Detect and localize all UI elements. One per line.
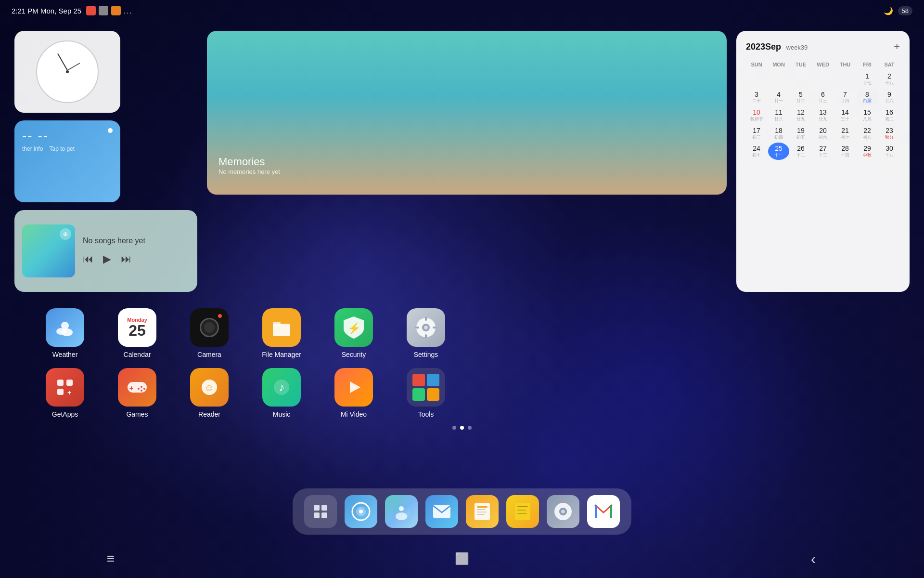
cal-day-empty bbox=[812, 70, 834, 88]
cal-day-30[interactable]: 30十八 bbox=[879, 143, 900, 160]
clock-widget[interactable] bbox=[14, 31, 120, 113]
page-dot-3[interactable] bbox=[468, 426, 472, 430]
cal-day-24[interactable]: 24初十 bbox=[746, 143, 767, 160]
cal-day-23[interactable]: 23秋分 bbox=[879, 125, 900, 142]
dock-mail-icon[interactable] bbox=[425, 495, 458, 528]
cal-day-20[interactable]: 20初六 bbox=[812, 125, 834, 142]
games-app-icon[interactable] bbox=[118, 368, 156, 407]
music-widget[interactable]: ⊕ No songs here yet ⏮ ▶ ⏭ bbox=[14, 210, 197, 292]
app-security[interactable]: ⚡ Security bbox=[332, 308, 375, 358]
svg-rect-15 bbox=[57, 389, 64, 395]
dock-notes-icon[interactable] bbox=[506, 495, 539, 528]
camera-lens-inner bbox=[204, 322, 215, 333]
calendar-app-icon[interactable]: Monday 25 bbox=[118, 308, 156, 347]
cal-day-2[interactable]: 2十八 bbox=[879, 70, 900, 88]
svg-rect-53 bbox=[595, 505, 597, 518]
cal-day-17[interactable]: 17初三 bbox=[746, 125, 767, 142]
cal-day-13[interactable]: 13廿九 bbox=[812, 106, 834, 124]
cal-day-22[interactable]: 22初八 bbox=[857, 125, 878, 142]
page-dot-2[interactable] bbox=[460, 426, 464, 430]
dock-photos-icon[interactable] bbox=[385, 495, 418, 528]
camera-app-icon[interactable] bbox=[190, 308, 229, 347]
status-dots[interactable]: ... bbox=[124, 7, 133, 15]
cal-day-16[interactable]: 16初二 bbox=[879, 106, 900, 124]
music-play-button[interactable]: ▶ bbox=[103, 253, 111, 265]
music-controls[interactable]: ⏮ ▶ ⏭ bbox=[83, 253, 190, 265]
cal-day-11[interactable]: 11廿八 bbox=[768, 106, 789, 124]
dock-pages-icon[interactable] bbox=[466, 495, 499, 528]
svg-marker-28 bbox=[350, 381, 360, 393]
weather-other-info: ther info bbox=[22, 145, 43, 152]
status-icon-2 bbox=[99, 6, 108, 15]
mivideo-app-icon[interactable] bbox=[334, 368, 373, 407]
memories-widget[interactable]: Memories No memories here yet bbox=[207, 31, 727, 195]
app-settings[interactable]: Settings bbox=[404, 308, 448, 358]
music-prev-button[interactable]: ⏮ bbox=[83, 253, 93, 265]
app-music[interactable]: ♪ Music bbox=[260, 368, 303, 418]
weather-tap-text[interactable]: Tap to get bbox=[49, 145, 75, 152]
cal-day-10[interactable]: 10教师节 bbox=[746, 106, 767, 124]
music-next-button[interactable]: ⏭ bbox=[121, 253, 131, 265]
cal-day-8[interactable]: 8白露 bbox=[857, 89, 878, 106]
memories-title: Memories bbox=[218, 156, 280, 168]
cal-day-19[interactable]: 19初五 bbox=[790, 125, 811, 142]
tools-app-icon[interactable] bbox=[407, 368, 445, 407]
cal-day-26[interactable]: 26十二 bbox=[790, 143, 811, 160]
app-calendar[interactable]: Monday 25 Calendar bbox=[116, 308, 159, 358]
calendar-grid: SUN MON TUE WED THU FRI SAT 1廿七 2十八 3二十 … bbox=[746, 60, 900, 160]
weather-widget-small[interactable]: -- -- ther info Tap to get bbox=[14, 120, 120, 202]
app-mivideo[interactable]: Mi Video bbox=[332, 368, 375, 418]
security-app-icon[interactable]: ⚡ bbox=[334, 308, 373, 347]
cal-day-3[interactable]: 3二十 bbox=[746, 89, 767, 106]
dock-settings-icon[interactable] bbox=[547, 495, 579, 528]
status-time: 2:21 PM Mon, Sep 25 bbox=[12, 7, 81, 15]
app-camera[interactable]: Camera bbox=[188, 308, 231, 358]
svg-rect-31 bbox=[314, 512, 320, 518]
dock-mercury-icon[interactable] bbox=[345, 495, 377, 528]
svg-rect-48 bbox=[517, 513, 527, 514]
nav-back-button[interactable]: ‹ bbox=[799, 544, 828, 573]
nav-menu-button[interactable]: ≡ bbox=[96, 544, 125, 573]
cal-day-7[interactable]: 7廿四 bbox=[834, 89, 856, 106]
page-dot-1[interactable] bbox=[452, 426, 456, 430]
getapps-app-icon[interactable]: + bbox=[46, 368, 84, 407]
cal-day-5[interactable]: 5廿二 bbox=[790, 89, 811, 106]
dock-gmail-icon[interactable] bbox=[587, 495, 620, 528]
calendar-widget[interactable]: 2023Sep week39 + SUN MON TUE WED THU FRI… bbox=[736, 31, 910, 292]
app-games[interactable]: Games bbox=[116, 368, 159, 418]
music-app-icon[interactable]: ♪ bbox=[262, 368, 301, 407]
dock-multitask-icon[interactable] bbox=[304, 495, 337, 528]
app-filemanager[interactable]: File Manager bbox=[260, 308, 303, 358]
music-album-art: ⊕ bbox=[22, 224, 75, 277]
svg-rect-47 bbox=[517, 510, 526, 511]
weather-app-icon[interactable] bbox=[46, 308, 84, 347]
settings-app-icon[interactable] bbox=[407, 308, 445, 347]
cal-day-9[interactable]: 9廿六 bbox=[879, 89, 900, 106]
cal-day-12[interactable]: 12廿九 bbox=[790, 106, 811, 124]
cal-day-18[interactable]: 18初四 bbox=[768, 125, 789, 142]
cal-day-27[interactable]: 27十三 bbox=[812, 143, 834, 160]
svg-rect-19 bbox=[129, 388, 133, 389]
cal-day-29[interactable]: 29中秋 bbox=[857, 143, 878, 160]
cal-day-4[interactable]: 4廿一 bbox=[768, 89, 789, 106]
cal-day-21[interactable]: 21初七 bbox=[834, 125, 856, 142]
dock bbox=[293, 488, 631, 535]
nav-home-button[interactable]: ⬜ bbox=[448, 544, 476, 573]
filemanager-app-icon[interactable] bbox=[262, 308, 301, 347]
app-weather[interactable]: Weather bbox=[43, 308, 87, 358]
memories-subtitle: No memories here yet bbox=[218, 168, 280, 175]
cal-day-15[interactable]: 15八月 bbox=[857, 106, 878, 124]
cal-day-14[interactable]: 14三十 bbox=[834, 106, 856, 124]
cal-header-thu: THU bbox=[834, 60, 856, 69]
settings-app-label: Settings bbox=[414, 351, 438, 358]
moon-icon: 🌙 bbox=[884, 6, 893, 15]
cal-day-6[interactable]: 6廿三 bbox=[812, 89, 834, 106]
cal-day-25-today[interactable]: 25十一 bbox=[768, 143, 789, 160]
app-getapps[interactable]: + GetApps bbox=[43, 368, 87, 418]
app-tools[interactable]: Tools bbox=[404, 368, 448, 418]
cal-day-28[interactable]: 28十四 bbox=[834, 143, 856, 160]
app-reader[interactable]: ☺ Reader bbox=[188, 368, 231, 418]
calendar-add-button[interactable]: + bbox=[894, 40, 900, 53]
cal-day-1[interactable]: 1廿七 bbox=[857, 70, 878, 88]
reader-app-icon[interactable]: ☺ bbox=[190, 368, 229, 407]
